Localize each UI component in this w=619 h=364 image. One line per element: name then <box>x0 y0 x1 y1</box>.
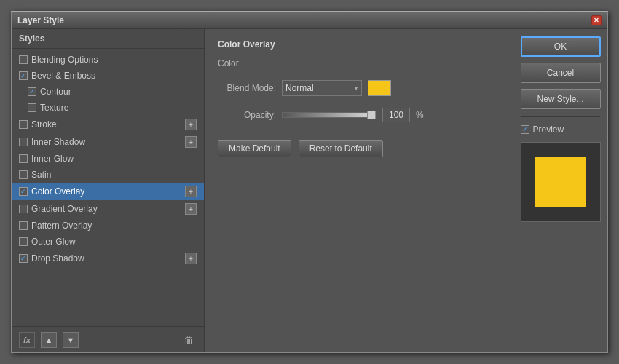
plus-gradient-overlay[interactable]: + <box>185 203 197 215</box>
checkbox-inner-shadow[interactable] <box>19 138 28 146</box>
label-stroke: Stroke <box>31 119 57 130</box>
fx-button[interactable]: fx <box>19 332 35 348</box>
ok-button[interactable]: OK <box>521 36 601 57</box>
sidebar-item-gradient-overlay[interactable]: Gradient Overlay+ <box>12 200 204 218</box>
left-panel-footer: fx ▲ ▼ 🗑 <box>12 326 204 352</box>
preview-canvas <box>521 142 601 222</box>
label-texture: Texture <box>40 103 68 113</box>
sidebar-item-inner-glow[interactable]: Inner Glow <box>12 151 204 167</box>
title-bar: Layer Style ✕ <box>12 12 607 29</box>
sidebar-item-outer-glow[interactable]: Outer Glow <box>12 234 204 250</box>
checkbox-pattern-overlay[interactable] <box>19 221 28 230</box>
checkbox-outer-glow[interactable] <box>19 237 28 246</box>
label-inner-shadow: Inner Shadow <box>31 137 85 147</box>
checkbox-bevel-emboss[interactable] <box>19 71 28 80</box>
layer-style-dialog: Layer Style ✕ Styles Blending OptionsBev… <box>11 11 608 353</box>
checkbox-color-overlay[interactable] <box>19 187 28 196</box>
sidebar-item-contour[interactable]: Contour <box>12 84 204 100</box>
opacity-slider-container <box>282 112 376 118</box>
label-gradient-overlay: Gradient Overlay <box>31 204 98 214</box>
label-color-overlay: Color Overlay <box>31 186 84 197</box>
blend-mode-row: Blend Mode: NormalDissolveMultiplyScreen… <box>218 80 500 96</box>
right-panel: OK Cancel New Style... Preview <box>513 29 607 352</box>
sidebar-item-bevel-emboss[interactable]: Bevel & Emboss <box>12 68 204 84</box>
checkbox-blending-options[interactable] <box>19 55 28 64</box>
label-contour: Contour <box>40 87 71 97</box>
checkbox-inner-glow[interactable] <box>19 154 28 163</box>
opacity-label: Opacity: <box>218 110 276 120</box>
label-drop-shadow: Drop Shadow <box>31 253 84 264</box>
plus-color-overlay[interactable]: + <box>185 186 197 197</box>
blend-mode-wrapper: NormalDissolveMultiplyScreenOverlaySoft … <box>282 80 362 96</box>
preview-label: Preview <box>533 124 564 135</box>
dialog-body: Styles Blending OptionsBevel & EmbossCon… <box>12 29 607 352</box>
checkbox-drop-shadow[interactable] <box>19 254 28 263</box>
preview-checkbox[interactable] <box>521 125 529 134</box>
styles-list: Blending OptionsBevel & EmbossContourTex… <box>12 49 204 326</box>
checkbox-texture[interactable] <box>28 103 36 112</box>
new-style-button[interactable]: New Style... <box>521 89 601 109</box>
section-title: Color Overlay <box>218 39 500 50</box>
left-panel: Styles Blending OptionsBevel & EmbossCon… <box>12 29 205 352</box>
close-button[interactable]: ✕ <box>591 15 602 25</box>
reset-to-default-button[interactable]: Reset to Default <box>299 140 383 157</box>
sidebar-item-drop-shadow[interactable]: Drop Shadow+ <box>12 250 204 267</box>
checkbox-gradient-overlay[interactable] <box>19 205 28 213</box>
sidebar-item-stroke[interactable]: Stroke+ <box>12 116 204 133</box>
checkbox-stroke[interactable] <box>19 120 28 129</box>
sidebar-item-inner-shadow[interactable]: Inner Shadow+ <box>12 133 204 151</box>
label-outer-glow: Outer Glow <box>31 237 76 247</box>
preview-square <box>535 157 586 207</box>
sidebar-item-blending-options[interactable]: Blending Options <box>12 52 204 68</box>
checkbox-satin[interactable] <box>19 170 28 179</box>
label-inner-glow: Inner Glow <box>31 154 74 164</box>
blend-mode-select[interactable]: NormalDissolveMultiplyScreenOverlaySoft … <box>282 80 362 96</box>
preview-label-row: Preview <box>521 124 601 135</box>
label-pattern-overlay: Pattern Overlay <box>31 221 92 231</box>
label-blending-options: Blending Options <box>31 55 98 65</box>
checkbox-contour[interactable] <box>28 87 36 96</box>
color-swatch[interactable] <box>368 80 391 96</box>
sidebar-item-color-overlay[interactable]: Color Overlay+ <box>12 183 204 200</box>
cancel-button[interactable]: Cancel <box>521 63 601 83</box>
sub-section-title: Color <box>218 58 500 68</box>
percent-label: % <box>416 110 424 120</box>
action-buttons: Make Default Reset to Default <box>218 140 500 157</box>
plus-drop-shadow[interactable]: + <box>185 253 197 264</box>
sidebar-item-texture[interactable]: Texture <box>12 100 204 116</box>
move-up-button[interactable]: ▲ <box>41 332 57 348</box>
sidebar-item-satin[interactable]: Satin <box>12 167 204 183</box>
sidebar-item-pattern-overlay[interactable]: Pattern Overlay <box>12 218 204 234</box>
label-bevel-emboss: Bevel & Emboss <box>31 71 95 81</box>
delete-button[interactable]: 🗑 <box>181 332 197 348</box>
opacity-track[interactable] <box>282 112 376 118</box>
dialog-title: Layer Style <box>17 15 64 25</box>
move-down-button[interactable]: ▼ <box>63 332 79 348</box>
blend-mode-label: Blend Mode: <box>218 83 276 93</box>
opacity-input[interactable] <box>382 108 410 122</box>
opacity-row: Opacity: % <box>218 108 500 122</box>
plus-inner-shadow[interactable]: + <box>185 136 197 148</box>
styles-header: Styles <box>12 29 204 49</box>
opacity-thumb[interactable] <box>367 111 376 119</box>
divider <box>521 116 600 117</box>
middle-panel: Color Overlay Color Blend Mode: NormalDi… <box>205 29 513 352</box>
plus-stroke[interactable]: + <box>185 119 197 130</box>
label-satin: Satin <box>31 170 51 180</box>
make-default-button[interactable]: Make Default <box>218 140 291 157</box>
